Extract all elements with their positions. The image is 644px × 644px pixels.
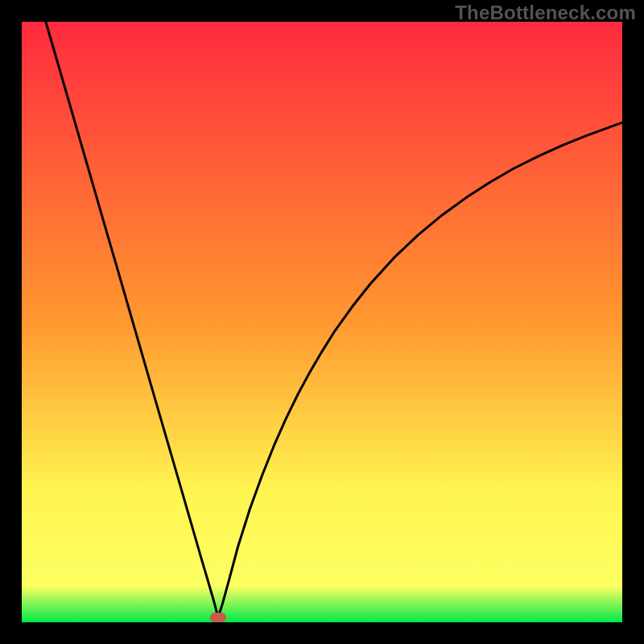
watermark-text: TheBottleneck.com bbox=[455, 2, 636, 24]
chart-frame: TheBottleneck.com bbox=[0, 0, 644, 644]
bottleneck-chart bbox=[0, 0, 644, 644]
minimum-marker bbox=[210, 613, 226, 622]
gradient-background bbox=[22, 22, 622, 622]
